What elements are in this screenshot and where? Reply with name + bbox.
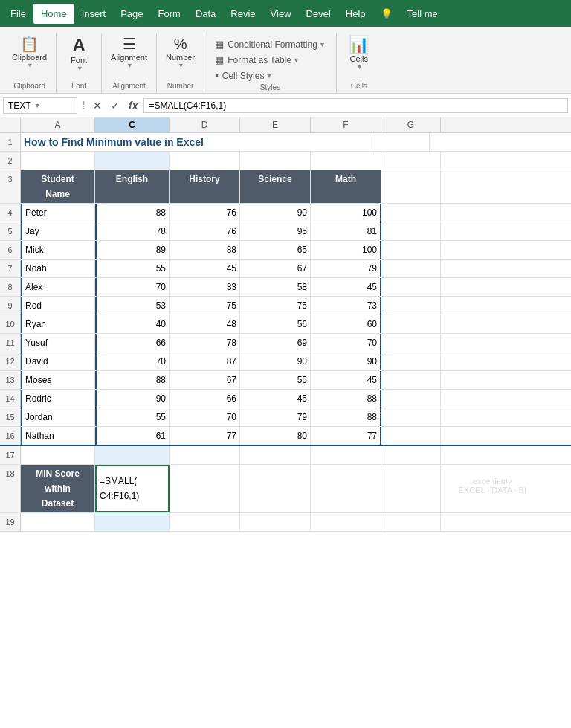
cell-g10[interactable] xyxy=(381,315,441,333)
cell-g5[interactable] xyxy=(381,222,441,240)
cell-c9[interactable]: 53 xyxy=(95,297,170,315)
cell-b4[interactable]: Peter xyxy=(21,204,95,222)
cells-btn[interactable]: 📊 Cells ▼ xyxy=(341,33,377,74)
menu-page[interactable]: Page xyxy=(113,4,150,24)
menu-lightbulb[interactable]: 💡 xyxy=(373,4,400,24)
cell-g7[interactable] xyxy=(381,260,441,277)
cell-c11[interactable]: 66 xyxy=(95,334,170,352)
cell-e13[interactable]: 55 xyxy=(240,371,311,389)
cell-g8[interactable] xyxy=(381,278,441,296)
cell-f12[interactable]: 90 xyxy=(311,352,381,370)
col-header-g[interactable]: G xyxy=(381,117,441,132)
cell-d14[interactable]: 66 xyxy=(170,390,240,408)
cell-e15[interactable]: 79 xyxy=(240,408,311,426)
menu-data[interactable]: Data xyxy=(188,4,223,24)
cell-b11[interactable]: Yusuf xyxy=(21,334,95,352)
cell-e16[interactable]: 80 xyxy=(240,427,311,445)
cell-g17[interactable] xyxy=(381,446,441,464)
cell-f8[interactable]: 45 xyxy=(311,278,381,296)
cell-g14[interactable] xyxy=(381,390,441,408)
cell-d8[interactable]: 33 xyxy=(170,278,240,296)
cell-g15[interactable] xyxy=(381,408,441,426)
cell-c12[interactable]: 70 xyxy=(95,352,170,370)
cell-c8[interactable]: 70 xyxy=(95,278,170,296)
cell-b5[interactable]: Jay xyxy=(21,222,95,240)
formula-confirm-icon[interactable]: ✓ xyxy=(108,100,123,112)
cell-d17[interactable] xyxy=(170,446,240,464)
cell-c19[interactable] xyxy=(95,513,170,531)
cell-b19[interactable] xyxy=(21,513,95,531)
cell-e8[interactable]: 58 xyxy=(240,278,311,296)
cell-d13[interactable]: 67 xyxy=(170,371,240,389)
cell-g6[interactable] xyxy=(381,241,441,259)
cell-d6[interactable]: 88 xyxy=(170,241,240,259)
cell-e5[interactable]: 95 xyxy=(240,222,311,240)
cell-g9[interactable] xyxy=(381,297,441,315)
cell-c6[interactable]: 89 xyxy=(95,241,170,259)
cell-reference-box[interactable]: TEXT ▼ xyxy=(3,97,77,114)
cell-d3-header[interactable]: History xyxy=(170,170,240,203)
cell-e14[interactable]: 45 xyxy=(240,390,311,408)
conditional-formatting-btn[interactable]: ▦ Conditional Formatting ▼ xyxy=(210,36,330,52)
cell-f6[interactable]: 100 xyxy=(311,241,381,259)
cell-g2[interactable] xyxy=(381,152,441,170)
cell-b18-min-label[interactable]: MIN ScorewithinDataset xyxy=(21,465,95,512)
cell-f17[interactable] xyxy=(311,446,381,464)
font-btn[interactable]: A Font ▼ xyxy=(61,33,97,75)
cell-g16[interactable] xyxy=(381,427,441,445)
cell-f10[interactable]: 60 xyxy=(311,315,381,333)
cell-b14[interactable]: Rodric xyxy=(21,390,95,408)
col-header-e[interactable]: E xyxy=(240,117,311,132)
cell-e9[interactable]: 75 xyxy=(240,297,311,315)
cell-c7[interactable]: 55 xyxy=(95,260,170,277)
cell-d15[interactable]: 70 xyxy=(170,408,240,426)
cell-g19[interactable] xyxy=(381,513,441,531)
cell-b7[interactable]: Noah xyxy=(21,260,95,277)
cell-c16[interactable]: 61 xyxy=(95,427,170,445)
cell-e19[interactable] xyxy=(240,513,311,531)
cell-g4[interactable] xyxy=(381,204,441,222)
cell-styles-btn[interactable]: ▪ Cell Styles ▼ xyxy=(210,68,330,83)
cell-f7[interactable]: 79 xyxy=(311,260,381,277)
cell-b8[interactable]: Alex xyxy=(21,278,95,296)
alignment-btn[interactable]: ☰ Alignment ▼ xyxy=(106,33,152,72)
cell-e18[interactable] xyxy=(240,465,311,512)
formula-input[interactable]: =SMALL(C4:F16,1) xyxy=(143,98,568,113)
menu-review[interactable]: Revie xyxy=(223,4,262,24)
cell-b10[interactable]: Ryan xyxy=(21,315,95,333)
cell-f16[interactable]: 77 xyxy=(311,427,381,445)
cell-c5[interactable]: 78 xyxy=(95,222,170,240)
col-header-d[interactable]: D xyxy=(170,117,240,132)
cell-e3-header[interactable]: Science xyxy=(240,170,311,203)
col-header-a[interactable]: A xyxy=(21,117,95,132)
cell-c13[interactable]: 88 xyxy=(95,371,170,389)
cell-d19[interactable] xyxy=(170,513,240,531)
cell-ref-dropdown-arrow[interactable]: ▼ xyxy=(34,102,41,109)
cell-b12[interactable]: David xyxy=(21,352,95,370)
menu-file[interactable]: File xyxy=(3,4,33,24)
cell-e11[interactable]: 69 xyxy=(240,334,311,352)
cell-d5[interactable]: 76 xyxy=(170,222,240,240)
cell-f11[interactable]: 70 xyxy=(311,334,381,352)
cell-f5[interactable]: 81 xyxy=(311,222,381,240)
cell-f13[interactable]: 45 xyxy=(311,371,381,389)
cell-f14[interactable]: 88 xyxy=(311,390,381,408)
cell-c2[interactable] xyxy=(95,152,170,170)
cell-c17[interactable] xyxy=(95,446,170,464)
menu-devel[interactable]: Devel xyxy=(299,4,338,24)
cell-e12[interactable]: 90 xyxy=(240,352,311,370)
cell-c4[interactable]: 88 xyxy=(95,204,170,222)
cell-b2[interactable] xyxy=(21,152,95,170)
cell-g18[interactable] xyxy=(381,465,441,512)
menu-insert[interactable]: Insert xyxy=(74,4,114,24)
cell-g1[interactable] xyxy=(370,133,430,151)
cell-d9[interactable]: 75 xyxy=(170,297,240,315)
menu-view[interactable]: View xyxy=(263,4,299,24)
menu-tellme[interactable]: Tell me xyxy=(400,4,445,24)
format-as-table-btn[interactable]: ▦ Format as Table ▼ xyxy=(210,52,330,68)
cell-e4[interactable]: 90 xyxy=(240,204,311,222)
menu-home[interactable]: Home xyxy=(33,4,74,24)
cell-b3-header[interactable]: StudentName xyxy=(21,170,95,203)
cell-g3[interactable] xyxy=(381,170,441,203)
cell-d4[interactable]: 76 xyxy=(170,204,240,222)
